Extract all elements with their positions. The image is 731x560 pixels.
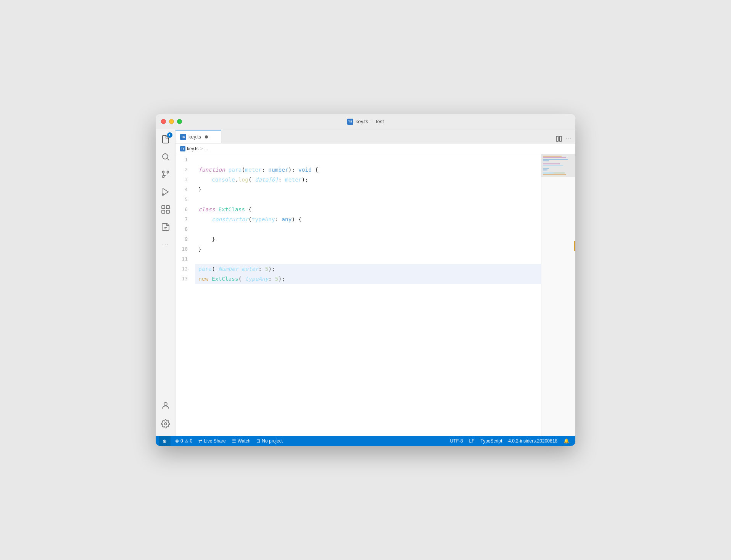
error-count: 0	[180, 438, 183, 444]
minimap-line-12	[543, 172, 565, 174]
svg-point-2	[162, 171, 164, 173]
minimap-line-4	[543, 160, 549, 161]
line-num-2: 2	[176, 165, 191, 175]
keyword-function: function	[198, 165, 225, 175]
tab-ts-icon: TS	[180, 134, 186, 140]
minimap-line-2	[543, 157, 566, 158]
svg-point-4	[162, 176, 164, 178]
svg-point-13	[164, 402, 167, 406]
status-live-share[interactable]: ⇄ Live Share	[195, 436, 229, 446]
project-icon: ⊡	[256, 438, 260, 444]
sidebar-item-run-debug[interactable]	[157, 183, 174, 200]
editor-toolbar: ···	[555, 135, 575, 143]
breadcrumb-ts-icon: TS	[180, 146, 185, 151]
svg-rect-8	[166, 206, 169, 209]
svg-line-1	[167, 159, 169, 160]
line-num-7: 7	[176, 214, 191, 224]
encoding-label: UTF-8	[450, 438, 463, 444]
editor-and-minimap: 1 2 3 4 5 6 7 8 9 10 11 12 13	[176, 154, 575, 436]
sidebar-item-extensions[interactable]	[157, 201, 174, 218]
ts-icon: TS	[347, 119, 353, 125]
minimap-line-10	[543, 169, 547, 171]
title-text: key.ts — test	[356, 119, 384, 124]
tab-modified-dot	[205, 135, 208, 138]
editor-area: TS key.ts ··· TS	[176, 129, 575, 436]
maximize-button[interactable]	[177, 119, 182, 124]
code-line-1	[195, 155, 541, 165]
watch-label: Watch	[238, 438, 251, 444]
breadcrumb-separator: >	[200, 146, 203, 151]
split-editor-button[interactable]	[555, 135, 563, 143]
minimap[interactable]	[541, 154, 575, 436]
svg-point-0	[163, 154, 168, 159]
split-editor-icon	[555, 135, 562, 142]
minimize-button[interactable]	[169, 119, 174, 124]
main-area: 1	[156, 129, 575, 436]
status-bar: ⊕ ⊗ 0 ⚠ 0 ⇄ Live Share ☰ Watch ⊡ No proj…	[156, 436, 575, 446]
sidebar-item-account[interactable]	[157, 397, 174, 414]
line-num-12: 12	[176, 264, 191, 274]
watch-icon: ☰	[232, 438, 236, 444]
status-version[interactable]: 4.0.2-insiders.20200818	[505, 436, 560, 446]
code-line-7: constructor ( typeAny : any ) {	[195, 214, 541, 224]
sidebar-item-testing[interactable]	[157, 219, 174, 235]
tab-filename: key.ts	[188, 134, 201, 140]
line-num-3: 3	[176, 175, 191, 185]
code-line-2: function para ( meter : number ): void {	[195, 165, 541, 175]
code-editor[interactable]: 1 2 3 4 5 6 7 8 9 10 11 12 13	[176, 154, 541, 436]
bell-icon: 🔔	[564, 438, 569, 444]
code-line-11	[195, 254, 541, 264]
language-label: TypeScript	[481, 438, 502, 444]
source-control-icon	[161, 170, 170, 179]
remote-icon: ⊕	[163, 438, 167, 444]
breadcrumb-rest[interactable]: ...	[204, 146, 208, 151]
svg-rect-16	[559, 136, 561, 142]
breadcrumb: TS key.ts > ...	[176, 143, 575, 154]
svg-point-14	[164, 423, 167, 425]
status-line-ending[interactable]: LF	[466, 436, 478, 446]
status-encoding[interactable]: UTF-8	[447, 436, 466, 446]
status-errors[interactable]: ⊗ 0 ⚠ 0	[172, 436, 195, 446]
account-icon	[161, 401, 170, 410]
code-line-10: }	[195, 244, 541, 254]
code-line-3: console . log ( data[0] : meter );	[195, 175, 541, 185]
close-button[interactable]	[161, 119, 166, 124]
breadcrumb-filename[interactable]: key.ts	[187, 146, 198, 151]
line-num-6: 6	[176, 204, 191, 214]
activity-bar-bottom	[157, 397, 174, 436]
line-num-8: 8	[176, 224, 191, 234]
minimap-line-1	[543, 156, 562, 157]
status-watch[interactable]: ☰ Watch	[229, 436, 254, 446]
line-num-9: 9	[176, 234, 191, 244]
minimap-line-6	[543, 163, 560, 164]
version-label: 4.0.2-insiders.20200818	[508, 438, 557, 444]
status-no-project[interactable]: ⊡ No project	[253, 436, 286, 446]
more-activity-items[interactable]: ···	[162, 241, 169, 249]
minimap-line-9	[543, 168, 549, 169]
explorer-badge: 1	[167, 132, 172, 138]
scroll-marker	[574, 241, 575, 251]
run-debug-icon	[161, 187, 170, 196]
minimap-line-3	[543, 159, 568, 160]
line-num-5: 5	[176, 195, 191, 204]
more-actions-button[interactable]: ···	[565, 135, 572, 143]
status-language[interactable]: TypeScript	[478, 436, 506, 446]
code-line-9: }	[195, 234, 541, 244]
code-line-5	[195, 195, 541, 204]
svg-point-3	[167, 171, 169, 173]
traffic-lights	[161, 119, 182, 124]
sidebar-item-settings[interactable]	[157, 415, 174, 432]
remote-button[interactable]: ⊕	[159, 436, 171, 446]
status-bell[interactable]: 🔔	[560, 436, 572, 446]
code-line-12: para ( Number meter : 5 );	[195, 264, 541, 274]
code-line-4: }	[195, 185, 541, 195]
sidebar-item-source-control[interactable]	[157, 166, 174, 183]
sidebar-item-explorer[interactable]: 1	[157, 131, 174, 148]
tab-key-ts[interactable]: TS key.ts	[176, 130, 221, 143]
code-content[interactable]: function para ( meter : number ): void {	[195, 154, 541, 436]
minimap-line-7	[543, 165, 563, 166]
sidebar-item-search[interactable]	[157, 148, 174, 165]
minimap-line-13	[543, 174, 566, 175]
code-line-6: class ExtClass {	[195, 204, 541, 214]
line-num-1: 1	[176, 155, 191, 165]
